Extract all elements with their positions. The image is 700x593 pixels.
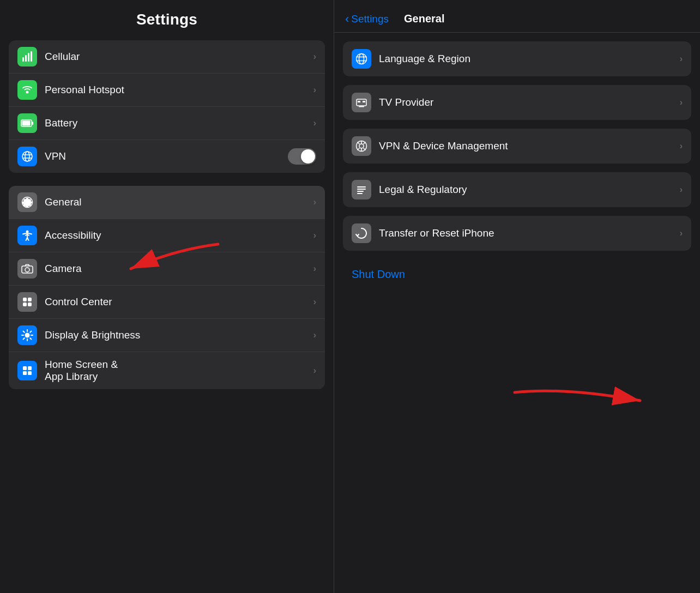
sidebar-item-control-center[interactable]: Control Center › — [9, 286, 325, 319]
control-center-label: Control Center — [45, 296, 309, 308]
svg-rect-2 — [28, 53, 29, 62]
sidebar-item-personal-hotspot[interactable]: Personal Hotspot › — [9, 74, 325, 107]
back-chevron-icon: ‹ — [345, 12, 349, 26]
language-region-label: Language & Region — [379, 53, 675, 65]
svg-line-26 — [23, 331, 25, 332]
right-group-language: Language & Region › — [343, 41, 691, 76]
vpn-device-label: VPN & Device Management — [379, 140, 675, 152]
display-label: Display & Brightness — [45, 329, 309, 341]
tv-icon — [352, 93, 371, 112]
left-panel: Settings Cellular › — [0, 0, 334, 593]
camera-icon — [17, 259, 37, 279]
general-icon — [17, 192, 37, 212]
svg-rect-42 — [363, 101, 365, 102]
shutdown-button[interactable]: Shut Down — [352, 266, 405, 282]
transfer-icon — [352, 223, 371, 243]
home-icon — [17, 361, 37, 380]
back-button[interactable]: ‹ Settings — [345, 12, 389, 26]
vpn-toggle[interactable] — [288, 148, 316, 165]
home-screen-label: Home Screen &App Library — [45, 359, 309, 383]
svg-rect-7 — [22, 121, 31, 126]
hotspot-chevron: › — [313, 85, 316, 95]
right-content: Language & Region › — [334, 33, 700, 593]
right-header: ‹ Settings General — [334, 0, 700, 33]
back-label: Settings — [351, 13, 389, 25]
right-group-legal: Legal & Regulatory › — [343, 172, 691, 207]
general-chevron: › — [313, 197, 316, 207]
svg-point-21 — [25, 333, 30, 338]
home-chevron: › — [313, 366, 316, 376]
sidebar-item-display-brightness[interactable]: Display & Brightness › — [9, 319, 325, 352]
transfer-label: Transfer or Reset iPhone — [379, 227, 675, 239]
svg-line-27 — [30, 338, 31, 339]
sidebar-item-home-screen[interactable]: Home Screen &App Library › — [9, 352, 325, 389]
svg-point-4 — [26, 91, 29, 94]
vpn-label: VPN — [45, 150, 283, 162]
svg-point-44 — [359, 144, 364, 148]
svg-rect-32 — [23, 371, 27, 375]
display-icon — [17, 325, 37, 345]
cellular-icon — [17, 47, 37, 66]
tv-provider-label: TV Provider — [379, 96, 675, 108]
sidebar-item-cellular[interactable]: Cellular › — [9, 40, 325, 74]
cellular-label: Cellular — [45, 51, 309, 63]
display-chevron: › — [313, 330, 316, 340]
camera-chevron: › — [313, 264, 316, 274]
right-title: General — [404, 13, 444, 25]
legal-label: Legal & Regulatory — [379, 184, 675, 196]
general-label: General — [45, 196, 309, 208]
accessibility-icon — [17, 226, 37, 245]
legal-icon — [352, 180, 371, 199]
sidebar-item-camera[interactable]: Camera › — [9, 252, 325, 286]
transfer-chevron: › — [680, 228, 683, 238]
svg-rect-17 — [23, 298, 27, 301]
right-item-transfer[interactable]: Transfer or Reset iPhone › — [343, 216, 691, 251]
right-item-tv-provider[interactable]: TV Provider › — [343, 85, 691, 120]
right-item-vpn-device[interactable]: VPN & Device Management › — [343, 129, 691, 164]
sidebar-item-general[interactable]: General › — [9, 186, 325, 219]
legal-chevron: › — [680, 185, 683, 195]
vpn-device-chevron: › — [680, 141, 683, 151]
accessibility-label: Accessibility — [45, 229, 309, 241]
hotspot-label: Personal Hotspot — [45, 84, 309, 96]
left-header: Settings — [0, 0, 334, 34]
right-group-transfer: Transfer or Reset iPhone › — [343, 216, 691, 251]
accessibility-chevron: › — [313, 231, 316, 240]
svg-rect-41 — [358, 101, 360, 102]
right-panel: ‹ Settings General Languag — [334, 0, 700, 593]
battery-label: Battery — [45, 117, 309, 129]
svg-rect-31 — [28, 366, 32, 370]
battery-icon — [17, 113, 37, 133]
svg-point-36 — [359, 54, 364, 64]
svg-rect-0 — [22, 57, 24, 62]
svg-point-8 — [22, 152, 32, 161]
svg-rect-6 — [32, 122, 33, 125]
sidebar-item-vpn[interactable]: VPN — [9, 140, 325, 173]
settings-group-main: General › Accessibility › — [9, 186, 325, 389]
left-title: Settings — [0, 11, 334, 28]
svg-rect-3 — [31, 51, 32, 62]
battery-chevron: › — [313, 118, 316, 128]
vpn-icon — [17, 147, 37, 166]
svg-rect-30 — [23, 366, 27, 370]
right-group-vpn-device: VPN & Device Management › — [343, 129, 691, 164]
tv-chevron: › — [680, 98, 683, 107]
sidebar-item-battery[interactable]: Battery › — [9, 107, 325, 140]
right-group-tv: TV Provider › — [343, 85, 691, 120]
control-center-chevron: › — [313, 297, 316, 307]
svg-rect-20 — [28, 302, 32, 306]
sidebar-item-accessibility[interactable]: Accessibility › — [9, 219, 325, 252]
svg-rect-18 — [28, 298, 32, 301]
svg-rect-33 — [28, 371, 32, 375]
svg-point-16 — [25, 268, 29, 272]
right-item-legal[interactable]: Legal & Regulatory › — [343, 172, 691, 207]
svg-rect-19 — [23, 302, 27, 306]
control-center-icon — [17, 292, 37, 312]
settings-group-network: Cellular › Personal Hotspot › — [9, 40, 325, 173]
hotspot-icon — [17, 80, 37, 100]
svg-point-9 — [25, 152, 29, 161]
right-item-language-region[interactable]: Language & Region › — [343, 41, 691, 76]
shutdown-section: Shut Down — [343, 259, 691, 289]
svg-line-28 — [30, 331, 31, 332]
cellular-chevron: › — [313, 52, 316, 62]
